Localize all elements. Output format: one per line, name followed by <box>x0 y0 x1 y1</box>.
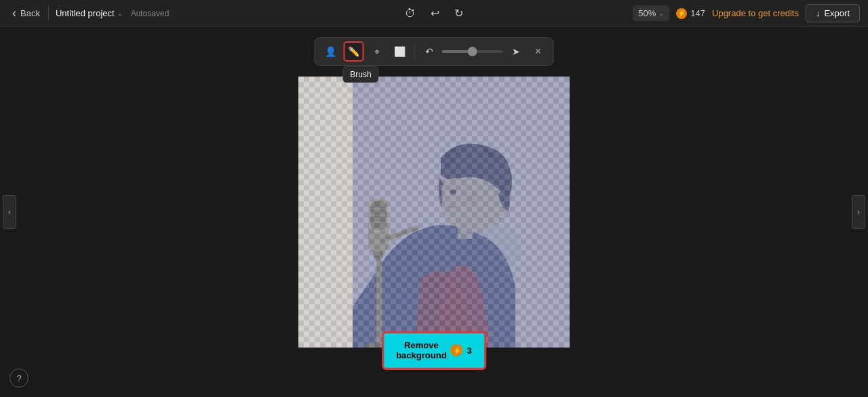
floating-toolbar: 👤 ✏️ ⌖ ⬜ ↶ ➤ × <box>315 37 554 66</box>
remove-background-button[interactable]: Removebackground ⚡ 3 <box>382 331 486 370</box>
project-title: Untitled project <box>56 8 115 18</box>
lasso-button[interactable]: ⌖ <box>367 41 387 62</box>
transparency-checker <box>298 77 570 348</box>
eraser-icon: ⬜ <box>394 46 406 57</box>
chevron-down-icon: ⌄ <box>117 9 123 17</box>
right-panel-toggle[interactable]: › <box>852 195 865 229</box>
help-button[interactable]: ? <box>9 369 28 388</box>
back-arrow-icon: ‹ <box>12 6 16 20</box>
export-label: Export <box>824 8 850 18</box>
back-button[interactable]: ‹ Back <box>8 6 49 20</box>
credits-area: ⚡ 147 <box>676 8 705 19</box>
restore-button[interactable]: ↶ <box>419 41 439 62</box>
zoom-value: 50% <box>638 8 656 18</box>
restore-icon: ↶ <box>425 46 433 57</box>
export-button[interactable]: ↓ Export <box>806 4 860 22</box>
redo-button[interactable]: ↻ <box>452 4 466 22</box>
remove-bg-credits-badge: ⚡ <box>451 344 463 356</box>
credits-icon: ⚡ <box>676 8 687 19</box>
smart-select-button[interactable]: 👤 <box>321 41 341 62</box>
toolbar-separator <box>414 43 415 60</box>
brush-size-slider-wrap <box>442 50 503 53</box>
back-label: Back <box>20 8 40 18</box>
project-title-area[interactable]: Untitled project ⌄ <box>56 8 123 18</box>
lasso-icon: ⌖ <box>374 46 380 58</box>
eraser-button[interactable]: ⬜ <box>390 41 410 62</box>
autosaved-label: Autosaved <box>131 9 170 18</box>
main-area: ‹ 👤 ✏️ ⌖ ⬜ ↶ ➤ <box>0 27 868 397</box>
undo-icon: ↩ <box>431 7 439 20</box>
upgrade-link[interactable]: Upgrade to get credits <box>712 8 799 18</box>
export-icon: ↓ <box>816 8 821 18</box>
brush-icon: ✏️ <box>348 46 359 57</box>
brush-size-slider[interactable] <box>442 50 503 53</box>
topbar-center-actions: ⏱ ↩ ↻ <box>402 4 466 22</box>
right-arrow-icon: › <box>857 207 860 217</box>
image-canvas[interactable]: ⬡ <box>298 77 570 348</box>
remove-bg-wrap: Removebackground ⚡ 3 <box>382 331 486 370</box>
brush-button[interactable]: ✏️ <box>344 41 364 62</box>
undo-button[interactable]: ↩ <box>428 4 442 22</box>
redo-icon: ↻ <box>454 7 463 20</box>
left-arrow-icon: ‹ <box>8 207 11 217</box>
left-panel-toggle[interactable]: ‹ <box>3 195 16 229</box>
zoom-control[interactable]: 50% ⌄ <box>633 5 669 21</box>
topbar: ‹ Back Untitled project ⌄ Autosaved ⏱ ↩ … <box>0 0 868 27</box>
history-icon-btn[interactable]: ⏱ <box>402 5 418 22</box>
zoom-chevron-icon: ⌄ <box>658 9 664 17</box>
close-icon: × <box>535 45 541 58</box>
topbar-right-area: 50% ⌄ ⚡ 147 Upgrade to get credits ↓ Exp… <box>633 4 860 22</box>
apply-button[interactable]: ➤ <box>506 41 526 62</box>
history-icon: ⏱ <box>405 7 416 20</box>
credits-count: 147 <box>690 8 705 18</box>
apply-icon: ➤ <box>512 46 520 57</box>
remove-bg-label: Removebackground <box>396 340 446 361</box>
smart-select-icon: 👤 <box>325 46 336 57</box>
toolbar-close-button[interactable]: × <box>529 42 548 61</box>
help-icon-label: ? <box>16 373 21 383</box>
remove-bg-credits-count: 3 <box>467 346 472 356</box>
canvas-area: 👤 ✏️ ⌖ ⬜ ↶ ➤ × <box>0 27 868 397</box>
